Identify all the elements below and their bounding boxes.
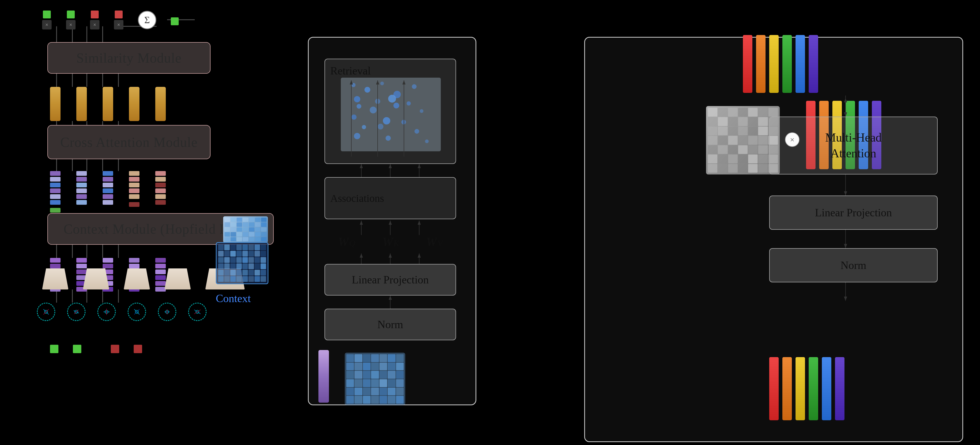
awm-20 (758, 127, 768, 135)
trapezoid-2 (83, 269, 109, 289)
yellow-bars (50, 87, 166, 121)
ch-20 (236, 257, 242, 263)
awm-43 (708, 164, 718, 173)
weight-labels: W Q W K W V (325, 235, 456, 249)
bottom-sq-green-1 (50, 345, 59, 353)
mha-label: Multi-HeadAttention (825, 130, 882, 161)
ch-33 (218, 270, 224, 275)
yellow-bar-2 (76, 87, 87, 121)
ch-11 (230, 251, 236, 257)
mih-33 (379, 388, 387, 396)
mc-8 (224, 222, 230, 227)
seg-1-2 (50, 177, 60, 181)
trapezoid-3 (124, 269, 150, 289)
top-indicators: × × × × Σ (42, 11, 179, 29)
token-circle-2 (67, 303, 86, 321)
awm-40 (748, 154, 757, 163)
linear-proj-label: Linear Projection (352, 273, 429, 286)
output-bar-blue (795, 35, 805, 93)
token-icon-5 (162, 307, 172, 317)
ch-29 (242, 264, 248, 269)
weight-v-subscript: V (438, 238, 442, 248)
left-section: × × × × Σ (16, 5, 269, 439)
ch-10 (224, 251, 230, 257)
mih-20 (388, 371, 395, 379)
seg-2-2 (76, 177, 87, 181)
ch-6 (248, 245, 254, 250)
bottom-sq-red-2 (134, 345, 142, 353)
yellow-bar-5 (155, 87, 166, 121)
weight-k: W K (382, 235, 399, 249)
awm-36 (708, 154, 718, 163)
mc-22 (224, 232, 230, 236)
ch-9 (218, 251, 224, 257)
sigma-symbol: Σ (145, 14, 150, 25)
ch-8 (261, 245, 266, 250)
mih-30 (355, 388, 362, 396)
sigma-circle: Σ (138, 11, 156, 29)
awm-23 (718, 136, 727, 145)
mih-31 (363, 388, 371, 396)
awm-41 (758, 154, 768, 163)
ch-28 (236, 264, 242, 269)
awm-17 (728, 127, 738, 135)
awm-39 (738, 154, 748, 163)
token-circle-6 (188, 303, 207, 321)
token-col-2 (76, 171, 87, 213)
mih-15 (346, 371, 354, 379)
weight-k-label: W (382, 235, 393, 249)
seg-4-6 (129, 202, 140, 207)
token-circle-5 (158, 303, 176, 321)
mc-24 (237, 232, 242, 236)
ch-18 (224, 257, 230, 263)
seg-2-6 (76, 200, 87, 205)
mih-29 (346, 388, 354, 396)
token-col-5 (155, 171, 166, 213)
awm-18 (738, 127, 748, 135)
ptc-4-1 (129, 258, 140, 263)
ch-23 (255, 257, 260, 263)
ch-12 (236, 251, 242, 257)
middle-outer-box: Retrieval (308, 37, 476, 405)
mih-11 (371, 362, 379, 370)
green-square-1 (43, 11, 51, 18)
mih-32 (371, 388, 379, 396)
ch-1 (218, 245, 224, 250)
norm-box: Norm (325, 309, 456, 340)
context-label: Context (216, 292, 251, 305)
context-module-box: Context Module (Hopfield Layer) (48, 213, 274, 245)
mih-9 (355, 362, 362, 370)
token-icon-6 (192, 307, 203, 317)
seg-4-1 (129, 171, 140, 176)
ch-3 (230, 245, 236, 250)
awm-22 (708, 136, 718, 145)
associations-label: Associations (330, 192, 384, 205)
green-square-2 (67, 11, 75, 18)
mc-32 (243, 237, 248, 241)
retrieval-arrows (325, 59, 455, 164)
output-green-square (171, 17, 179, 25)
ch-17 (218, 257, 224, 263)
bottom-sq-green-2 (73, 345, 81, 353)
input-bar-indigo-2 (835, 357, 845, 420)
mc-1 (224, 218, 230, 222)
awm-46 (738, 164, 748, 173)
mc-9 (231, 222, 236, 227)
awm-4 (738, 108, 748, 117)
linear-proj-box-right: Linear Projection (769, 195, 938, 230)
mih-7 (396, 354, 404, 362)
mih-37 (355, 396, 362, 404)
mih-25 (371, 379, 379, 387)
trapezoid-4 (164, 269, 191, 289)
ch-40 (261, 270, 266, 275)
mid-input-heatmap (345, 353, 405, 405)
ch-37 (242, 270, 248, 275)
mih-8 (346, 362, 354, 370)
mc-16 (231, 227, 236, 232)
mih-22 (346, 379, 354, 387)
mih-27 (388, 379, 395, 387)
awm-24 (728, 136, 738, 145)
right-output-bars (743, 35, 818, 93)
associations-box: Associations (325, 177, 456, 219)
awm-27 (758, 136, 768, 145)
